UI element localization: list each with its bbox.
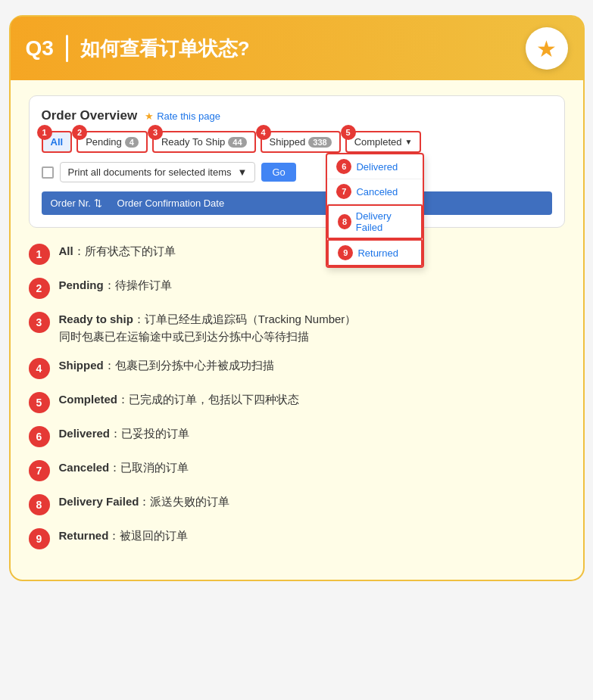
explain-item-8: 8Delivery Failed：派送失败的订单 <box>29 493 565 515</box>
table-header: Order Nr. ⇅ Order Confirmation Date <box>42 191 552 215</box>
print-dropdown[interactable]: Print all documents for selected items ▼ <box>60 162 256 182</box>
explain-item-9: 9Returned：被退回的订单 <box>29 527 565 549</box>
explain-item-3: 3Ready to ship：订单已经生成追踪码（Tracking Number… <box>29 311 565 345</box>
explain-bold-4: Shipped <box>59 359 104 372</box>
tab-all[interactable]: 1 All <box>42 131 73 153</box>
completed-dropdown: 6 Delivered 7 Canceled 8 Delivery Failed… <box>326 153 424 268</box>
explain-bold-1: All <box>59 244 73 257</box>
col-confirmation-date: Order Confirmation Date <box>117 198 225 209</box>
star-icon: ★ <box>526 27 568 70</box>
step-badge-7: 7 <box>336 184 351 199</box>
explain-bold-5: Completed <box>59 393 118 406</box>
dropdown-returned[interactable]: 9 Returned <box>327 239 423 266</box>
print-label: Print all documents for selected items <box>68 166 232 178</box>
order-overview-title: Order Overview <box>42 108 138 123</box>
go-button[interactable]: Go <box>261 163 295 182</box>
toolbar-row: Print all documents for selected items ▼… <box>42 162 552 182</box>
step-badge-3: 3 <box>148 125 163 140</box>
explain-text-3: Ready to ship：订单已经生成追踪码（Tracking Number）… <box>59 311 357 345</box>
explain-text-9: Returned：被退回的订单 <box>59 527 189 545</box>
explain-text-7: Canceled：已取消的订单 <box>59 459 189 477</box>
explain-text-8: Delivery Failed：派送失败的订单 <box>59 493 230 511</box>
header-title: 如何查看订单状态? <box>80 36 250 62</box>
dropdown-delivered[interactable]: 6 Delivered <box>327 154 423 179</box>
dropdown-delivery-failed[interactable]: 8 Delivery Failed <box>327 204 423 239</box>
explain-num-2: 2 <box>29 278 50 299</box>
dropdown-caret-icon: ▼ <box>238 166 248 178</box>
explain-num-5: 5 <box>29 392 50 413</box>
tab-pending-label: Pending <box>86 136 122 148</box>
tab-ready-to-ship[interactable]: 3 Ready To Ship 44 <box>152 131 256 153</box>
tab-pending[interactable]: 2 Pending 4 <box>76 131 148 153</box>
q-label: Q3 <box>26 36 54 61</box>
explain-item-6: 6Delivered：已妥投的订单 <box>29 425 565 447</box>
canceled-label: Canceled <box>356 186 398 198</box>
tab-pending-badge: 4 <box>125 137 139 148</box>
explain-num-3: 3 <box>29 312 50 333</box>
step-badge-6: 6 <box>336 159 351 174</box>
main-card: Q3 如何查看订单状态? ★ Order Overview Rate this … <box>9 15 585 581</box>
explain-num-6: 6 <box>29 426 50 447</box>
explain-bold-9: Returned <box>59 529 109 542</box>
explain-bold-8: Delivery Failed <box>59 495 139 508</box>
tab-completed[interactable]: 5 Completed ▼ <box>345 131 422 153</box>
col-order-nr: Order Nr. ⇅ <box>51 198 102 209</box>
step-badge-9: 9 <box>338 245 353 260</box>
rate-link[interactable]: Rate this page <box>145 110 220 122</box>
tabs-row: 1 All 2 Pending 4 3 Ready To Ship 44 4 S… <box>42 131 552 153</box>
explain-num-8: 8 <box>29 494 50 515</box>
order-overview-card: Order Overview Rate this page 1 All 2 Pe… <box>29 95 565 228</box>
tab-completed-label: Completed <box>354 136 402 148</box>
step-badge-8: 8 <box>338 214 351 229</box>
header-divider <box>66 35 68 62</box>
step-badge-2: 2 <box>72 125 87 140</box>
explain-num-1: 1 <box>29 244 50 265</box>
explain-item-2: 2Pending：待操作订单 <box>29 277 565 299</box>
tab-all-label: All <box>51 136 64 148</box>
step-badge-4: 4 <box>256 125 271 140</box>
tab-ready-badge: 44 <box>228 137 246 148</box>
tab-ready-label: Ready To Ship <box>161 136 225 148</box>
explain-bold-3: Ready to ship <box>59 313 133 325</box>
explain-num-7: 7 <box>29 460 50 481</box>
delivery-failed-label: Delivery Failed <box>356 210 413 233</box>
explain-item-5: 5Completed：已完成的订单，包括以下四种状态 <box>29 391 565 413</box>
explain-text-2: Pending：待操作订单 <box>59 277 172 294</box>
tab-completed-container: 5 Completed ▼ 6 Delivered 7 Canceled 8 <box>345 131 422 153</box>
explain-num-4: 4 <box>29 358 50 379</box>
explanations-section: 1All：所有状态下的订单2Pending：待操作订单3Ready to shi… <box>29 243 565 549</box>
explain-bold-7: Canceled <box>59 461 110 474</box>
explain-bold-2: Pending <box>59 278 104 291</box>
select-all-checkbox[interactable] <box>42 166 54 179</box>
tab-shipped-badge: 338 <box>308 137 331 148</box>
explain-item-4: 4Shipped：包裹已到分拣中心并被成功扫描 <box>29 357 565 379</box>
explain-item-7: 7Canceled：已取消的订单 <box>29 459 565 481</box>
explain-bold-6: Delivered <box>59 427 111 440</box>
explain-text-1: All：所有状态下的订单 <box>59 243 176 260</box>
header-bar: Q3 如何查看订单状态? ★ <box>11 17 583 80</box>
tab-shipped-label: Shipped <box>270 136 306 148</box>
step-badge-1: 1 <box>37 125 52 140</box>
dropdown-canceled[interactable]: 7 Canceled <box>327 179 423 204</box>
order-overview-header: Order Overview Rate this page <box>42 108 552 123</box>
step-badge-5: 5 <box>341 125 356 140</box>
explain-item-1: 1All：所有状态下的订单 <box>29 243 565 265</box>
tab-shipped[interactable]: 4 Shipped 338 <box>261 131 341 153</box>
explain-text-4: Shipped：包裹已到分拣中心并被成功扫描 <box>59 357 274 375</box>
explain-num-9: 9 <box>29 528 50 549</box>
returned-label: Returned <box>357 247 398 259</box>
dropdown-arrow-icon: ▼ <box>405 138 413 146</box>
explain-text-6: Delivered：已妥投的订单 <box>59 425 190 443</box>
explain-text-5: Completed：已完成的订单，包括以下四种状态 <box>59 391 300 409</box>
delivered-label: Delivered <box>356 161 398 173</box>
